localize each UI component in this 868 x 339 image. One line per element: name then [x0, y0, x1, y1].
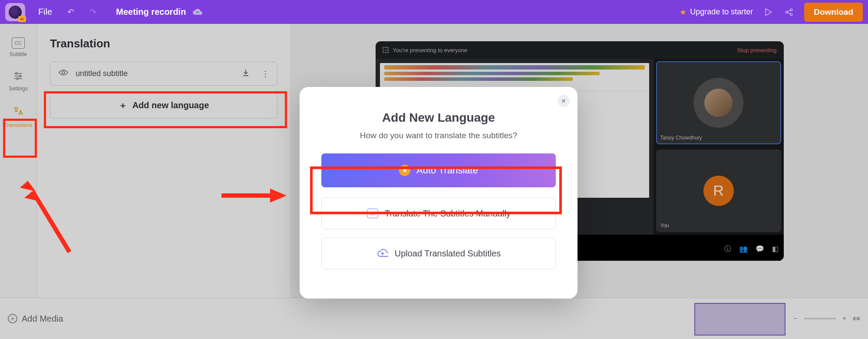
app-logo[interactable]: cc: [5, 3, 25, 21]
people-icon[interactable]: 👥: [739, 245, 748, 254]
add-media-button[interactable]: + Add Media: [8, 314, 63, 324]
share-icon[interactable]: [783, 7, 795, 18]
meet-control-icons: ⓘ 👥 💬 ◧: [724, 245, 779, 254]
rail-translations-label: Translations: [4, 122, 33, 128]
participant-1: Tanoy Chowdhury: [656, 61, 781, 144]
logo-cc-badge: cc: [18, 16, 26, 22]
meet-top-bar: You're presenting to everyone Stop prese…: [376, 41, 784, 59]
info-icon[interactable]: ⓘ: [724, 245, 731, 254]
timeline-bar: + Add Media − + ⇔: [0, 298, 868, 339]
visibility-icon[interactable]: [58, 69, 69, 79]
subtitle-name: untitled subtitle: [76, 69, 128, 78]
presenting-label: You're presenting to everyone: [393, 47, 468, 53]
participant-2-name: You: [660, 223, 669, 229]
rail-translations[interactable]: Translations: [2, 103, 34, 131]
file-menu[interactable]: File: [38, 7, 52, 17]
zoom-fit-icon[interactable]: ⇔: [852, 313, 860, 324]
participant-2-avatar: R: [703, 176, 734, 206]
more-icon[interactable]: ⋮: [261, 69, 269, 79]
participant-1-name: Tanoy Chowdhury: [660, 135, 702, 141]
cc-icon: cc: [366, 208, 379, 219]
rail-settings[interactable]: Settings: [2, 69, 34, 94]
redo-icon[interactable]: ↷: [89, 7, 96, 17]
svg-point-3: [16, 73, 17, 74]
auto-translate-label: Auto Translate: [416, 165, 478, 176]
cc-icon: CC: [12, 37, 25, 49]
rail-subtitle[interactable]: CC Subtitle: [2, 35, 34, 60]
zoom-out-icon[interactable]: −: [793, 315, 797, 322]
preview-play-icon[interactable]: [762, 7, 774, 18]
add-language-button[interactable]: ＋ Add new language: [50, 92, 277, 119]
project-name-text: Meeting recordin: [116, 7, 186, 17]
plus-icon: ＋: [119, 100, 127, 111]
star-badge-icon: ★: [399, 165, 410, 176]
svg-point-6: [62, 71, 65, 74]
rail-settings-label: Settings: [9, 86, 27, 92]
chat-icon[interactable]: 💬: [756, 245, 764, 254]
svg-point-4: [19, 75, 21, 77]
close-icon[interactable]: ✕: [558, 95, 570, 107]
project-name[interactable]: Meeting recordin: [116, 7, 204, 17]
stop-presenting-link[interactable]: Stop presenting: [737, 47, 776, 53]
cloud-sync-icon: [191, 7, 204, 17]
zoom-in-icon[interactable]: +: [842, 315, 846, 322]
svg-point-5: [17, 78, 18, 80]
translation-panel: Translation untitled subtitle ⋮ ＋ Add ne…: [37, 24, 291, 298]
download-icon[interactable]: [241, 68, 250, 79]
activities-icon[interactable]: ◧: [772, 245, 779, 254]
upgrade-label: Upgrade to starter: [690, 7, 753, 17]
timeline-clip[interactable]: [694, 303, 785, 336]
download-button[interactable]: Download: [804, 3, 863, 22]
undo-icon[interactable]: ↶: [67, 7, 74, 17]
auto-translate-button[interactable]: ★ Auto Translate: [321, 153, 556, 187]
upload-subtitles-label: Upload Translated Subtitles: [395, 249, 501, 259]
plus-circle-icon: +: [8, 314, 17, 323]
manual-translate-button[interactable]: cc Translate The Subtitles Manually: [321, 198, 556, 229]
add-language-label: Add new language: [132, 100, 209, 110]
modal-title: Add New Language: [317, 111, 560, 125]
star-icon: ★: [680, 7, 686, 17]
present-icon: [383, 47, 389, 53]
add-media-label: Add Media: [22, 314, 63, 324]
left-rail: CC Subtitle Settings Translations: [0, 24, 37, 339]
subtitle-row[interactable]: untitled subtitle ⋮: [50, 62, 277, 86]
manual-translate-label: Translate The Subtitles Manually: [385, 209, 511, 219]
sliders-icon: [13, 71, 23, 83]
cloud-upload-icon: [376, 248, 389, 259]
topbar: cc File ↶ ↷ Meeting recordin ★ Upgrade t…: [0, 0, 868, 24]
zoom-slider[interactable]: [804, 318, 836, 319]
add-language-modal: ✕ Add New Language How do you want to tr…: [300, 87, 578, 299]
upgrade-link[interactable]: ★ Upgrade to starter: [680, 7, 753, 17]
participant-2: R You: [656, 150, 781, 233]
modal-subtitle: How do you want to translate the subtitl…: [317, 131, 560, 140]
panel-title: Translation: [50, 37, 277, 50]
translate-icon: [13, 106, 24, 120]
upload-subtitles-button[interactable]: Upload Translated Subtitles: [321, 238, 556, 269]
rail-subtitle-label: Subtitle: [10, 51, 27, 57]
